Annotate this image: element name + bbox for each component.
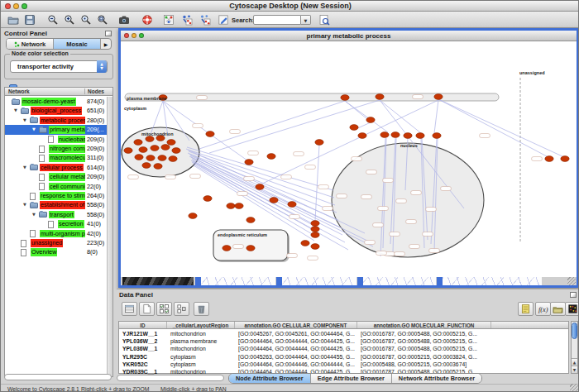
tree-row-cell-communicat[interactable]: cell communicat22(0): [5, 182, 112, 191]
network-canvas[interactable]: plasma membranecytoplasmmitochondrionnuc…: [121, 41, 577, 277]
graph-node[interactable]: [288, 202, 296, 208]
column-header[interactable]: ID: [119, 322, 167, 328]
table-cell[interactable]: [GO:0016787, GO:0005488, GO:0005215, G..…: [357, 330, 491, 337]
tree-row-cellular-process[interactable]: ▼cellular process614(0): [5, 163, 112, 172]
graph-node[interactable]: [134, 140, 142, 146]
node-label-chip[interactable]: [294, 152, 304, 156]
graph-node[interactable]: [235, 203, 243, 209]
tree-row-macromolecule[interactable]: macromolecule311(0): [5, 153, 112, 162]
float-data-panel-icon[interactable]: [570, 292, 577, 298]
graph-node[interactable]: [311, 221, 319, 227]
graph-node[interactable]: [380, 132, 389, 138]
tree-row-overview[interactable]: Overview8(0): [5, 247, 112, 256]
graph-node[interactable]: [350, 125, 358, 131]
node-label-chip[interactable]: [230, 130, 241, 134]
node-label-chip[interactable]: [281, 175, 292, 179]
minimize-icon[interactable]: [13, 3, 19, 9]
graph-node[interactable]: [154, 164, 162, 170]
graph-node[interactable]: [311, 244, 319, 250]
attribute-mapper-alt-icon[interactable]: [199, 14, 211, 26]
table-cell[interactable]: YKR052C: [119, 361, 167, 368]
table-cell[interactable]: [GO:0005488, GO:0005215, GO:0003674]: [357, 361, 491, 368]
graph-node[interactable]: [433, 133, 441, 139]
tab-network[interactable]: Network: [7, 39, 54, 49]
graph-node[interactable]: [301, 241, 309, 246]
graph-node[interactable]: [561, 156, 569, 162]
node-label-chip[interactable]: [378, 207, 389, 211]
table-cell[interactable]: [GO:0016787, GO:0005488, GO:0005215, G..…: [357, 337, 491, 345]
new-attribute-button[interactable]: [139, 302, 155, 316]
tab-mosaic[interactable]: Mosaic: [54, 39, 101, 49]
node-label-chip[interactable]: [413, 95, 423, 99]
function-builder-button[interactable]: f(x): [535, 302, 551, 316]
scroll-down-icon[interactable]: ▼: [572, 366, 577, 373]
table-cell[interactable]: YPL036W__2: [119, 337, 167, 345]
node-label-chip[interactable]: [318, 185, 329, 189]
graph-node[interactable]: [391, 132, 400, 138]
expand-arrow-icon[interactable]: ▼: [32, 212, 36, 217]
node-label-chip[interactable]: [197, 96, 208, 100]
snapshot-icon[interactable]: [118, 14, 130, 26]
node-label-chip[interactable]: [308, 256, 318, 261]
background-window-fragment[interactable]: [201, 277, 275, 285]
tree-row-metabolic-process[interactable]: ▼metabolic process280(0): [5, 116, 112, 125]
network-graph[interactable]: plasma membranecytoplasmmitochondrionnuc…: [121, 41, 577, 277]
graph-node[interactable]: [142, 163, 151, 169]
background-window-fragment[interactable]: [443, 277, 542, 285]
table-cell[interactable]: [GO:0044464, GO:0044444, GO:0044425, G..…: [235, 337, 357, 345]
graph-node[interactable]: [270, 198, 278, 203]
frame-zoom-icon[interactable]: [139, 33, 144, 38]
graph-node[interactable]: [156, 136, 165, 141]
graph-node[interactable]: [311, 227, 319, 232]
graph-node[interactable]: [256, 184, 264, 190]
table-cell[interactable]: YJR121W__1: [119, 330, 167, 337]
zoom-fit-icon[interactable]: [97, 14, 108, 26]
node-label-chip[interactable]: [248, 151, 259, 155]
network-frame-titlebar[interactable]: primary metabolic process: [121, 31, 577, 41]
expand-arrow-icon[interactable]: ▼: [32, 127, 36, 131]
frame-resize-grip[interactable]: [567, 277, 576, 285]
network-overview-icon[interactable]: [163, 14, 175, 26]
graph-node[interactable]: [139, 147, 147, 153]
table-cell[interactable]: [GO:0016787, GO:0005488, GO:0005215, G..…: [357, 345, 491, 352]
node-label-chip[interactable]: [237, 192, 248, 196]
node-label-chip[interactable]: [128, 175, 139, 179]
graph-node[interactable]: [151, 146, 159, 151]
table-row[interactable]: YJR121W__1mitochondrion[GO:0045267, GO:0…: [119, 330, 568, 337]
attribute-table-button[interactable]: [122, 302, 137, 316]
graph-node[interactable]: [146, 136, 154, 142]
node-label-chip[interactable]: [390, 232, 400, 237]
node-label-chip[interactable]: [361, 195, 372, 199]
tree-row-secretion[interactable]: secretion41(0): [5, 219, 112, 228]
node-label-chip[interactable]: [406, 220, 417, 224]
table-cell[interactable]: [GO:0044464, GO:0044444, GO:0044425, G..…: [235, 345, 357, 352]
node-label-chip[interactable]: [409, 245, 420, 249]
select-attributes-button[interactable]: [156, 302, 172, 316]
save-icon[interactable]: [24, 14, 36, 26]
column-header[interactable]: _cellularLayoutRegion: [167, 322, 235, 328]
tree-row-mosaic-demo-yeast[interactable]: mosaic-demo-yeast874(0): [5, 97, 112, 106]
tree-scrollbar[interactable]: [107, 97, 112, 376]
help-icon[interactable]: [141, 14, 153, 26]
graph-node[interactable]: [404, 133, 412, 139]
expand-arrow-icon[interactable]: ▼: [23, 117, 26, 122]
node-label-chip[interactable]: [305, 165, 316, 170]
frame-close-icon[interactable]: [124, 33, 129, 38]
unselect-attributes-button[interactable]: [174, 302, 189, 316]
graph-node[interactable]: [146, 155, 155, 161]
node-label-chip[interactable]: [366, 170, 377, 174]
tree-row-unassigned[interactable]: unassigned223(0): [5, 238, 112, 247]
graph-node[interactable]: [124, 148, 132, 154]
node-label-chip[interactable]: [383, 179, 394, 183]
graph-node[interactable]: [203, 196, 212, 202]
graph-node[interactable]: [545, 156, 553, 162]
graph-node[interactable]: [311, 232, 319, 238]
column-header[interactable]: annotation.GO CELLULAR_COMPONENT: [235, 322, 357, 328]
notes-button[interactable]: [518, 302, 534, 316]
tab-node-attribute-browser[interactable]: Node Attribute Browser: [229, 374, 311, 383]
tab-network-attribute-browser[interactable]: Network Attribute Browser: [392, 374, 481, 383]
graph-node[interactable]: [416, 133, 424, 139]
node-label-chip[interactable]: [337, 194, 347, 198]
node-label-chip[interactable]: [352, 157, 362, 161]
node-label-chip[interactable]: [423, 232, 433, 237]
